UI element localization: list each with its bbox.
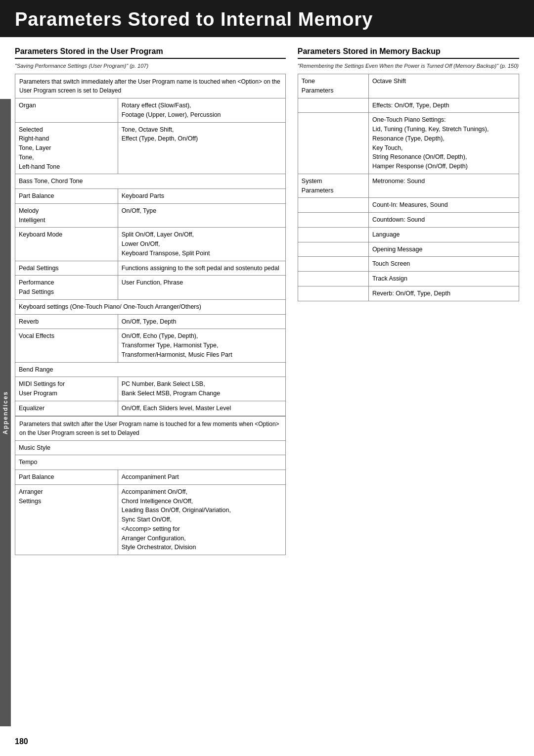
- table-cell-right: Language: [368, 227, 519, 242]
- table-cell: Tempo: [15, 455, 286, 470]
- table-cell-left: [298, 257, 368, 272]
- table-cell-left: Performance Pad Settings: [15, 276, 118, 300]
- table-cell-right: Track Assign: [368, 272, 519, 286]
- table-cell-left: Part Balance: [15, 189, 118, 204]
- table-cell-right: Opening Message: [368, 242, 519, 257]
- intro-note-row: Parameters that switch immediately after…: [15, 74, 286, 98]
- table-row: Vocal EffectsOn/Off, Echo (Type, Depth),…: [15, 329, 286, 362]
- second-note: Parameters that switch after the User Pr…: [15, 416, 286, 440]
- table-row: Effects: On/Off, Type, Depth: [298, 98, 519, 113]
- table-cell-left: Reverb: [15, 314, 118, 329]
- table-cell-right: Rotary effect (Slow/Fast), Footage (Uppe…: [118, 98, 285, 123]
- page-title: Parameters Stored to Internal Memory: [15, 9, 519, 30]
- table-cell-right: Metronome: Sound: [368, 174, 519, 198]
- table-cell-right: On/Off, Echo (Type, Depth), Transformer …: [118, 329, 285, 362]
- left-section-title: Parameters Stored in the User Program: [15, 47, 286, 59]
- table-cell-left: Organ: [15, 98, 118, 123]
- table-cell-right: On/Off, Each Sliders level, Master Level: [118, 401, 285, 416]
- table-cell: Keyboard settings (One-Touch Piano/ One-…: [15, 299, 286, 314]
- table-cell-right: Effects: On/Off, Type, Depth: [368, 98, 519, 113]
- table-cell-left: Pedal Settings: [15, 261, 118, 276]
- table-cell-right: Accompaniment Part: [118, 470, 285, 485]
- second-note-table: Parameters that switch after the User Pr…: [15, 416, 286, 556]
- table-row: Pedal SettingsFunctions assigning to the…: [15, 261, 286, 276]
- table-cell-left: [298, 198, 368, 213]
- right-section-title: Parameters Stored in Memory Backup: [298, 47, 519, 59]
- left-section-note: "Saving Performance Settings (User Progr…: [15, 63, 286, 69]
- right-section-note: "Remembering the Settings Even When the …: [298, 63, 519, 69]
- table-row: OrganRotary effect (Slow/Fast), Footage …: [15, 98, 286, 123]
- table-row: Track Assign: [298, 272, 519, 286]
- table-cell-right: One-Touch Piano Settings: Lid, Tuning (T…: [368, 113, 519, 174]
- table-row: Tone ParametersOctave Shift: [298, 74, 519, 98]
- table-cell-right: Reverb: On/Off, Type, Depth: [368, 286, 519, 301]
- table-cell-left: [298, 227, 368, 242]
- right-table: Tone ParametersOctave ShiftEffects: On/O…: [298, 74, 519, 301]
- table-row: One-Touch Piano Settings: Lid, Tuning (T…: [298, 113, 519, 174]
- table-cell-left: Arranger Settings: [15, 484, 118, 555]
- page-number: 180: [15, 737, 28, 746]
- header: Parameters Stored to Internal Memory: [0, 0, 534, 37]
- table-cell-left: Selected Right-hand Tone, Layer Tone, Le…: [15, 122, 118, 174]
- table-row: MIDI Settings for User ProgramPC Number,…: [15, 377, 286, 401]
- table-row: Touch Screen: [298, 257, 519, 272]
- table-cell-left: System Parameters: [298, 174, 368, 198]
- table-cell-left: [298, 272, 368, 286]
- table-row: Count-In: Measures, Sound: [298, 198, 519, 213]
- table-cell-right: On/Off, Type, Depth: [118, 314, 285, 329]
- table-row: System ParametersMetronome: Sound: [298, 174, 519, 198]
- table-cell-right: Functions assigning to the soft pedal an…: [118, 261, 285, 276]
- left-table: Parameters that switch immediately after…: [15, 74, 286, 416]
- table-cell-right: Countdown: Sound: [368, 213, 519, 228]
- table-row: Language: [298, 227, 519, 242]
- table-cell-right: PC Number, Bank Select LSB, Bank Select …: [118, 377, 285, 401]
- left-column: Parameters Stored in the User Program "S…: [15, 47, 286, 555]
- table-cell-right: Count-In: Measures, Sound: [368, 198, 519, 213]
- table-row: ReverbOn/Off, Type, Depth: [15, 314, 286, 329]
- table-cell-left: MIDI Settings for User Program: [15, 377, 118, 401]
- table-cell: Music Style: [15, 440, 286, 455]
- appendices-sidebar: Appendices: [0, 99, 11, 726]
- table-row: EqualizerOn/Off, Each Sliders level, Mas…: [15, 401, 286, 416]
- table-row: Opening Message: [298, 242, 519, 257]
- table-cell-left: Equalizer: [15, 401, 118, 416]
- table-cell-right: User Function, Phrase: [118, 276, 285, 300]
- table-cell-left: [298, 213, 368, 228]
- table-row: Music Style: [15, 440, 286, 455]
- table-cell-left: [298, 242, 368, 257]
- table-cell-left: [298, 98, 368, 113]
- table-cell-left: [298, 113, 368, 174]
- appendices-label: Appendices: [2, 391, 9, 434]
- table-cell-right: Octave Shift: [368, 74, 519, 98]
- table-row: Keyboard settings (One-Touch Piano/ One-…: [15, 299, 286, 314]
- table-cell-left: [298, 286, 368, 301]
- table-cell-right: On/Off, Type: [118, 203, 285, 228]
- table-cell-left: Keyboard Mode: [15, 228, 118, 261]
- table-cell-left: Melody Intelligent: [15, 203, 118, 228]
- table-row: Performance Pad SettingsUser Function, P…: [15, 276, 286, 300]
- right-column: Parameters Stored in Memory Backup "Reme…: [298, 47, 519, 555]
- table-cell-right: Split On/Off, Layer On/Off, Lower On/Off…: [118, 228, 285, 261]
- table-cell: Bend Range: [15, 362, 286, 377]
- table-row: Reverb: On/Off, Type, Depth: [298, 286, 519, 301]
- table-cell: Bass Tone, Chord Tone: [15, 174, 286, 189]
- second-note-row: Parameters that switch after the User Pr…: [15, 416, 286, 440]
- table-row: Bass Tone, Chord Tone: [15, 174, 286, 189]
- table-cell-left: Part Balance: [15, 470, 118, 485]
- table-row: Tempo: [15, 455, 286, 470]
- table-row: Part BalanceKeyboard Parts: [15, 189, 286, 204]
- table-row: Bend Range: [15, 362, 286, 377]
- table-row: Arranger SettingsAccompaniment On/Off, C…: [15, 484, 286, 555]
- table-cell-right: Tone, Octave Shift, Effect (Type, Depth,…: [118, 122, 285, 174]
- table-row: Keyboard ModeSplit On/Off, Layer On/Off,…: [15, 228, 286, 261]
- table-row: Melody IntelligentOn/Off, Type: [15, 203, 286, 228]
- table-row: Countdown: Sound: [298, 213, 519, 228]
- table-cell-right: Touch Screen: [368, 257, 519, 272]
- table-row: Part BalanceAccompaniment Part: [15, 470, 286, 485]
- table-row: Selected Right-hand Tone, Layer Tone, Le…: [15, 122, 286, 174]
- table-cell-left: Vocal Effects: [15, 329, 118, 362]
- table-cell-right: Accompaniment On/Off, Chord Intelligence…: [118, 484, 285, 555]
- table-cell-left: Tone Parameters: [298, 74, 368, 98]
- table-cell-right: Keyboard Parts: [118, 189, 285, 204]
- intro-note: Parameters that switch immediately after…: [15, 74, 286, 98]
